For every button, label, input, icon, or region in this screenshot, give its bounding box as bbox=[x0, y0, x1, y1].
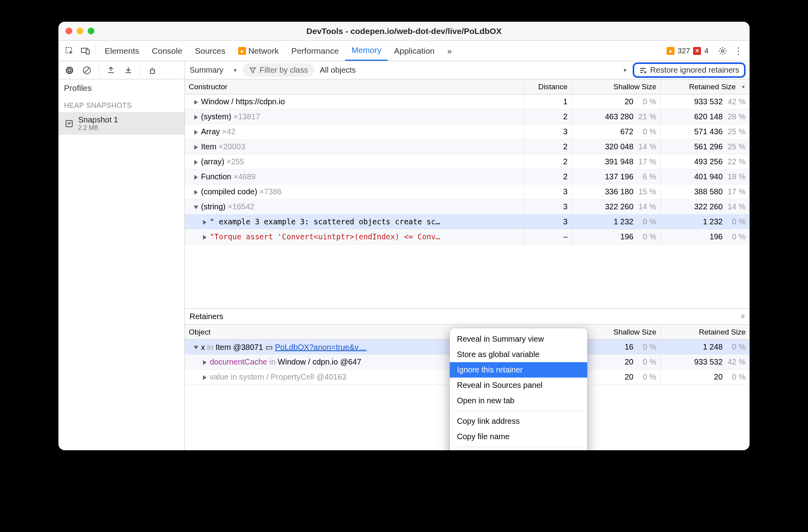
objects-dropdown[interactable]: All objects ▼ bbox=[319, 64, 628, 76]
disclosure-icon[interactable] bbox=[194, 346, 199, 350]
context-menu-item[interactable]: Ignore this retainer bbox=[450, 362, 587, 378]
tab-network[interactable]: ▲ Network bbox=[232, 41, 285, 61]
context-menu: Reveal in Summary viewStore as global va… bbox=[449, 328, 588, 450]
minimize-icon[interactable] bbox=[77, 28, 83, 34]
tab-sources[interactable]: Sources bbox=[189, 41, 232, 61]
snapshot-name: Snapshot 1 bbox=[78, 115, 118, 124]
context-menu-item[interactable]: Copy link address bbox=[450, 414, 587, 429]
restore-icon bbox=[639, 66, 647, 74]
context-menu-item[interactable]: Reveal in Summary view bbox=[450, 331, 587, 347]
toolbar-right: Summary ▼ Filter by class All objects ▼ … bbox=[185, 61, 750, 79]
disclosure-icon[interactable] bbox=[203, 360, 207, 365]
svg-line-7 bbox=[85, 68, 89, 73]
context-menu-item[interactable]: Reveal in Sources panel bbox=[450, 378, 587, 393]
disclosure-icon[interactable] bbox=[194, 145, 198, 150]
error-icon[interactable]: ✕ bbox=[693, 47, 701, 55]
device-icon[interactable] bbox=[77, 46, 93, 56]
svg-rect-8 bbox=[150, 70, 154, 73]
toolbar-left bbox=[58, 61, 185, 79]
table-row[interactable]: (string) ×165423322 26014 %322 26014 % bbox=[185, 199, 750, 214]
chevron-down-icon: ▼ bbox=[622, 68, 627, 73]
disclosure-icon[interactable] bbox=[203, 220, 207, 225]
disclosure-icon[interactable] bbox=[194, 160, 198, 165]
close-icon[interactable] bbox=[66, 28, 72, 34]
warning-icon[interactable]: ▲ bbox=[667, 47, 675, 55]
settings-icon[interactable] bbox=[715, 46, 731, 56]
kebab-icon[interactable]: ⋮ bbox=[731, 45, 746, 56]
window-title: DevTools - codepen.io/web-dot-dev/live/P… bbox=[306, 26, 502, 36]
table-row[interactable]: Array ×4236720 %571 43625 % bbox=[185, 124, 750, 139]
chevron-down-icon: ▼ bbox=[233, 68, 238, 73]
table-row[interactable]: (system) ×138172463 28021 %620 14828 % bbox=[185, 109, 750, 124]
tab-elements[interactable]: Elements bbox=[98, 41, 146, 61]
upload-icon[interactable] bbox=[105, 66, 117, 75]
retainers-header: Retainers ≡ bbox=[185, 308, 750, 325]
gc-icon[interactable] bbox=[147, 66, 158, 75]
col-retained[interactable]: Retained Size bbox=[661, 325, 750, 339]
svg-point-3 bbox=[722, 50, 724, 52]
constructors-grid-header: Constructor Distance Shallow Size Retain… bbox=[185, 79, 750, 94]
table-row[interactable]: (compiled code) ×73863336 18015 %388 580… bbox=[185, 184, 750, 199]
snapshot-icon bbox=[64, 118, 74, 129]
table-row[interactable]: (array) ×2552391 94817 %493 25622 % bbox=[185, 154, 750, 169]
table-row[interactable]: Item ×200032320 04814 %561 29625 % bbox=[185, 139, 750, 154]
sort-desc-icon: ▼ bbox=[741, 85, 746, 89]
svg-point-5 bbox=[68, 69, 71, 72]
col-retained[interactable]: Retained Size▼ bbox=[661, 79, 750, 94]
view-dropdown-label: Summary bbox=[190, 66, 224, 75]
context-menu-item[interactable]: Open in new tab bbox=[450, 393, 587, 408]
view-dropdown[interactable]: Summary ▼ bbox=[189, 64, 238, 76]
objects-dropdown-label: All objects bbox=[320, 66, 356, 75]
main-tabbar: ElementsConsoleSources▲ NetworkPerforman… bbox=[58, 41, 750, 61]
restore-label: Restore ignored retainers bbox=[650, 66, 739, 75]
download-icon[interactable] bbox=[123, 66, 134, 75]
context-menu-item[interactable]: Store as global variable bbox=[450, 347, 587, 362]
error-count: 4 bbox=[704, 47, 708, 55]
tab-application[interactable]: Application bbox=[388, 41, 441, 61]
warning-icon: ▲ bbox=[238, 47, 246, 55]
zoom-icon[interactable] bbox=[88, 28, 94, 34]
clear-icon[interactable] bbox=[81, 66, 92, 75]
table-row[interactable]: Function ×46892137 1966 %401 94018 % bbox=[185, 169, 750, 184]
disclosure-icon[interactable] bbox=[194, 175, 198, 180]
table-row[interactable]: Window / https://cdpn.io1200 %933 53242 … bbox=[185, 94, 750, 109]
constructors-grid-body: Window / https://cdpn.io1200 %933 53242 … bbox=[185, 94, 750, 308]
snapshot-size: 2.2 MB bbox=[78, 124, 118, 132]
tab-memory[interactable]: Memory bbox=[345, 41, 388, 61]
disclosure-icon[interactable] bbox=[194, 100, 198, 105]
heap-snapshots-header: HEAP SNAPSHOTS bbox=[58, 97, 184, 112]
profiles-label: Profiles bbox=[58, 79, 184, 97]
hamburger-icon[interactable]: ≡ bbox=[740, 312, 745, 321]
warning-count: 327 bbox=[678, 47, 690, 55]
more-tabs[interactable]: » bbox=[441, 41, 458, 61]
tab-console[interactable]: Console bbox=[146, 41, 189, 61]
filter-placeholder: Filter by class bbox=[259, 66, 308, 75]
window-controls bbox=[66, 28, 94, 34]
sidebar: Profiles HEAP SNAPSHOTS Snapshot 1 2.2 M… bbox=[58, 79, 185, 450]
devtools-window: DevTools - codepen.io/web-dot-dev/live/P… bbox=[58, 22, 750, 450]
col-constructor[interactable]: Constructor bbox=[185, 79, 524, 94]
filter-input[interactable]: Filter by class bbox=[243, 63, 314, 77]
restore-ignored-retainers-button[interactable]: Restore ignored retainers bbox=[633, 62, 746, 78]
memory-toolbar: Summary ▼ Filter by class All objects ▼ … bbox=[58, 61, 750, 79]
disclosure-icon[interactable] bbox=[194, 205, 199, 209]
svg-point-4 bbox=[66, 67, 73, 73]
disclosure-icon[interactable] bbox=[203, 375, 207, 380]
filter-icon bbox=[249, 67, 256, 74]
col-shallow[interactable]: Shallow Size bbox=[572, 79, 661, 94]
table-row[interactable]: " example 3 example 3: scattered objects… bbox=[185, 214, 750, 229]
titlebar: DevTools - codepen.io/web-dot-dev/live/P… bbox=[58, 22, 750, 41]
tab-performance[interactable]: Performance bbox=[285, 41, 345, 61]
sidebar-item-snapshot[interactable]: Snapshot 1 2.2 MB bbox=[58, 112, 184, 135]
record-icon[interactable] bbox=[64, 66, 75, 75]
context-menu-item[interactable]: Sort By❯ bbox=[450, 449, 587, 450]
disclosure-icon[interactable] bbox=[194, 190, 198, 195]
context-menu-item[interactable]: Copy file name bbox=[450, 429, 587, 444]
disclosure-icon[interactable] bbox=[194, 115, 198, 120]
disclosure-icon[interactable] bbox=[203, 235, 207, 240]
col-distance[interactable]: Distance bbox=[524, 79, 572, 94]
inspect-icon[interactable] bbox=[62, 46, 77, 56]
disclosure-icon[interactable] bbox=[194, 130, 198, 135]
table-row[interactable]: "Torque assert 'Convert<uintptr>(endInde… bbox=[185, 229, 750, 244]
svg-rect-2 bbox=[86, 49, 89, 54]
